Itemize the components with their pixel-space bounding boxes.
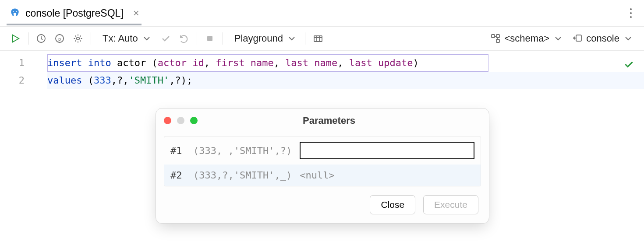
tab-title: console [PostgreSQL] [25, 7, 124, 19]
tx-mode-dropdown[interactable]: Tx: Auto [96, 31, 155, 46]
playground-label: Playground [234, 33, 283, 44]
execute-button[interactable]: Execute [423, 195, 478, 214]
stop-icon[interactable] [202, 31, 217, 46]
parameter-row[interactable]: #2 (333,?,'SMITH',_) <null> [164, 164, 481, 186]
close-button[interactable]: Close [370, 195, 415, 214]
tab-bar: console [PostgreSQL] × [0, 0, 644, 26]
commit-icon[interactable] [158, 31, 173, 46]
parameter-null-value: <null> [300, 170, 474, 181]
playground-dropdown[interactable]: Playground [228, 31, 300, 46]
parameter-row[interactable]: #1 (333,_,'SMITH',?) [164, 136, 481, 164]
session-dropdown[interactable]: console [570, 31, 636, 46]
svg-rect-6 [207, 36, 212, 41]
transpose-icon[interactable] [311, 31, 326, 46]
parameter-context: (333,?,'SMITH',_) [193, 170, 292, 181]
separator [305, 32, 305, 45]
session-icon [572, 33, 583, 44]
window-close-icon[interactable] [164, 117, 171, 124]
session-label: console [586, 33, 619, 44]
chevron-down-icon [142, 33, 152, 44]
history-icon[interactable] [34, 31, 49, 46]
more-menu-icon[interactable] [626, 7, 636, 20]
rollback-icon[interactable] [177, 31, 191, 46]
schema-dropdown[interactable]: <schema> [488, 31, 566, 46]
schema-icon [490, 33, 501, 44]
line-number: 1 [0, 54, 25, 72]
editor-tab[interactable]: console [PostgreSQL] × [9, 7, 139, 19]
chevron-down-icon [553, 33, 563, 44]
schema-label: <schema> [504, 33, 549, 44]
code-line: values (333,?,'SMITH',?); [47, 72, 644, 89]
separator [28, 32, 28, 45]
gutter: 1 2 [0, 51, 47, 245]
close-tab-icon[interactable]: × [133, 8, 139, 18]
settings-icon[interactable] [71, 31, 85, 46]
parameter-list: #1 (333,_,'SMITH',?) #2 (333,?,'SMITH',_… [164, 136, 481, 186]
parameter-value-input[interactable] [300, 142, 474, 159]
svg-text:p: p [58, 36, 61, 42]
svg-rect-7 [314, 36, 322, 42]
explain-plan-icon[interactable]: p [52, 31, 67, 46]
run-button[interactable] [8, 31, 23, 46]
separator [197, 32, 197, 45]
dialog-titlebar[interactable]: Parameters [156, 108, 489, 133]
line-number: 2 [0, 72, 25, 89]
parameter-index: #2 [170, 170, 185, 181]
toolbar-right: <schema> console [488, 31, 636, 46]
dialog-title: Parameters [177, 115, 481, 126]
toolbar: p Tx: Auto Playground <schema> console [0, 26, 644, 51]
chevron-down-icon [623, 33, 633, 44]
tab-underline [7, 24, 142, 25]
parameters-dialog: Parameters #1 (333,_,'SMITH',?) #2 (333,… [156, 108, 489, 224]
svg-point-1 [16, 11, 17, 12]
parameter-context: (333,_,'SMITH',?) [193, 145, 292, 156]
dialog-footer: Close Execute [156, 186, 489, 223]
parameter-index: #1 [170, 145, 185, 156]
tx-mode-label: Tx: Auto [103, 33, 138, 44]
svg-rect-10 [496, 39, 499, 42]
separator [223, 32, 223, 45]
code-line: insert into actor (actor_id, first_name,… [47, 54, 644, 72]
svg-rect-8 [492, 35, 495, 38]
svg-point-0 [13, 11, 14, 12]
status-ok-icon [623, 59, 634, 72]
separator [91, 32, 91, 45]
svg-point-5 [77, 37, 79, 40]
svg-rect-11 [576, 35, 581, 41]
svg-rect-9 [496, 35, 499, 38]
postgresql-icon [9, 7, 21, 19]
chevron-down-icon [287, 33, 297, 44]
